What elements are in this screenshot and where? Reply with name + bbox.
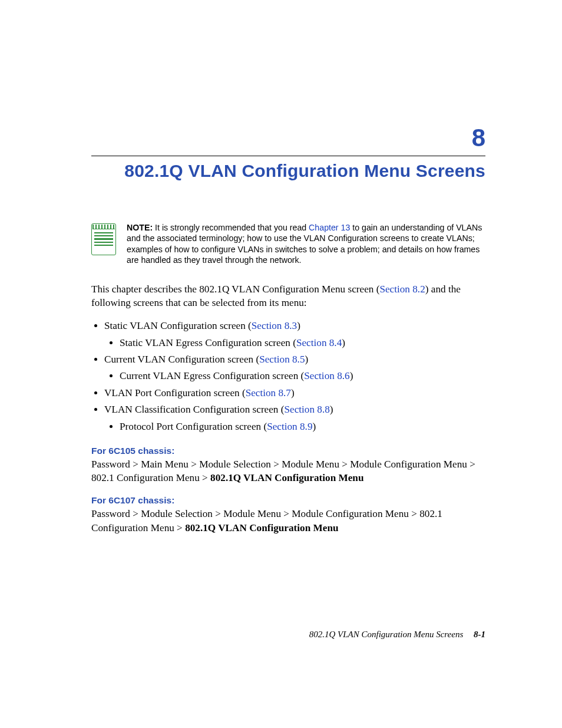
toc-item-after: ) [342,337,345,348]
note-text-pre: It is strongly recommended that you read [153,223,309,232]
toc-subitem: Current VLAN Egress Configuration screen… [120,368,485,384]
notepad-icon [91,223,116,255]
chapter-title: 802.1Q VLAN Configuration Menu Screens [91,161,485,181]
toc-item-link[interactable]: Section 8.7 [246,387,291,398]
toc-subitem: Protocol Port Configuration screen (Sect… [120,419,485,435]
toc-item-link[interactable]: Section 8.6 [304,370,349,381]
note-label: NOTE: [127,223,153,232]
breadcrumb-2: Password > Module Selection > Module Men… [91,507,485,534]
toc-item: Static VLAN Configuration screen (Sectio… [104,318,485,351]
toc-item-text: Current VLAN Configuration screen ( [104,354,259,365]
toc-item-after: ) [312,421,316,432]
intro-paragraph: This chapter describes the 802.1Q VLAN C… [91,282,485,309]
title-rule [91,156,485,156]
toc-item-link[interactable]: Section 8.3 [252,320,297,331]
toc-item-text: VLAN Port Configuration screen ( [104,387,246,398]
chapter-number: 8 [91,124,485,152]
toc-item: Current VLAN Configuration screen (Secti… [104,351,485,385]
intro-pre: This chapter describes the 802.1Q VLAN C… [91,284,379,295]
breadcrumb-bold: 802.1Q VLAN Configuration Menu [185,522,338,533]
toc-item-link[interactable]: Section 8.5 [259,354,305,365]
toc-item-after: ) [291,387,295,398]
note-chapter-link[interactable]: Chapter 13 [309,223,350,232]
chassis-heading-2: For 6C107 chassis: [91,495,485,506]
toc-item-after: ) [350,370,353,381]
toc-item-text: Static VLAN Egress Configuration screen … [120,337,296,348]
toc-item-after: ) [305,354,309,365]
toc-item-text: VLAN Classification Configuration screen… [104,404,284,415]
breadcrumb-1: Password > Main Menu > Module Selection … [91,457,485,485]
chassis-heading-1: For 6C105 chassis: [91,446,485,456]
intro-section-link[interactable]: Section 8.2 [379,284,425,295]
document-page: 8 802.1Q VLAN Configuration Menu Screens… [0,0,562,728]
toc-item-after: ) [330,404,333,415]
toc-list: Static VLAN Configuration screen (Sectio… [91,318,485,435]
note-callout: NOTE: It is strongly recommended that yo… [91,222,485,266]
footer-page-number: 8-1 [474,630,485,639]
toc-item-text: Protocol Port Configuration screen ( [120,421,267,432]
toc-item-text: Static VLAN Configuration screen ( [104,320,252,331]
toc-item-after: ) [297,320,300,331]
note-text: NOTE: It is strongly recommended that yo… [127,222,485,266]
toc-item-link[interactable]: Section 8.9 [267,421,312,432]
toc-item-link[interactable]: Section 8.8 [284,404,329,415]
toc-item-text: Current VLAN Egress Configuration screen… [120,370,304,381]
footer-title: 802.1Q VLAN Configuration Menu Screens [309,630,464,639]
breadcrumb-bold: 802.1Q VLAN Configuration Menu [210,472,363,483]
toc-item: VLAN Classification Configuration screen… [104,401,485,435]
toc-subitem: Static VLAN Egress Configuration screen … [120,335,485,351]
toc-item-link[interactable]: Section 8.4 [296,337,342,348]
note-icon-wrap [91,222,116,255]
page-footer: 802.1Q VLAN Configuration Menu Screens 8… [91,630,485,640]
toc-item: VLAN Port Configuration screen (Section … [104,385,485,401]
